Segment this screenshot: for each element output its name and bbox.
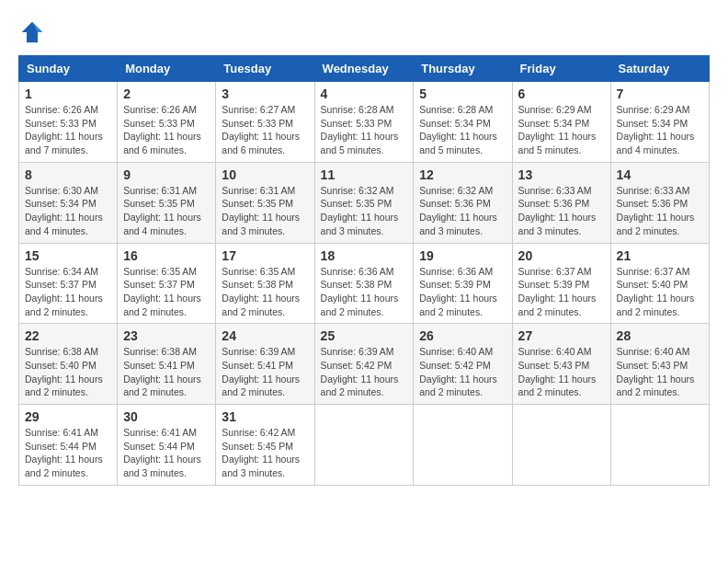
calendar-cell: 26 Sunrise: 6:40 AM Sunset: 5:42 PM Dayl… [414,324,512,405]
day-number: 8 [25,167,111,182]
day-info: Sunrise: 6:27 AM Sunset: 5:33 PM Dayligh… [222,103,308,157]
day-number: 7 [617,86,703,101]
day-info: Sunrise: 6:35 AM Sunset: 5:37 PM Dayligh… [123,265,210,319]
day-number: 25 [321,328,408,343]
day-info: Sunrise: 6:41 AM Sunset: 5:44 PM Dayligh… [25,426,111,480]
calendar-cell: 20 Sunrise: 6:37 AM Sunset: 5:39 PM Dayl… [512,243,610,324]
day-info: Sunrise: 6:35 AM Sunset: 5:38 PM Dayligh… [222,265,308,319]
calendar-cell [512,405,610,486]
day-number: 21 [617,248,703,263]
day-info: Sunrise: 6:39 AM Sunset: 5:42 PM Dayligh… [321,345,408,399]
day-info: Sunrise: 6:31 AM Sunset: 5:35 PM Dayligh… [123,184,210,238]
calendar-cell: 28 Sunrise: 6:40 AM Sunset: 5:43 PM Dayl… [610,324,709,405]
calendar-cell: 10 Sunrise: 6:31 AM Sunset: 5:35 PM Dayl… [216,162,314,243]
day-info: Sunrise: 6:26 AM Sunset: 5:33 PM Dayligh… [25,103,111,157]
page-header [18,18,710,46]
header-sunday: Sunday [19,56,118,82]
day-info: Sunrise: 6:32 AM Sunset: 5:36 PM Dayligh… [419,184,506,238]
day-number: 26 [419,328,506,343]
calendar-cell: 12 Sunrise: 6:32 AM Sunset: 5:36 PM Dayl… [414,162,512,243]
calendar-cell: 16 Sunrise: 6:35 AM Sunset: 5:37 PM Dayl… [118,243,216,324]
day-number: 4 [321,86,408,101]
calendar-cell [314,405,414,486]
calendar-cell: 23 Sunrise: 6:38 AM Sunset: 5:41 PM Dayl… [118,324,216,405]
calendar-week-4: 22 Sunrise: 6:38 AM Sunset: 5:40 PM Dayl… [19,324,710,405]
day-number: 31 [222,409,308,424]
calendar-cell: 17 Sunrise: 6:35 AM Sunset: 5:38 PM Dayl… [216,243,314,324]
day-number: 27 [518,328,605,343]
day-number: 6 [518,86,605,101]
day-number: 24 [222,328,308,343]
day-number: 14 [617,167,703,182]
calendar-cell: 5 Sunrise: 6:28 AM Sunset: 5:34 PM Dayli… [414,82,512,163]
day-number: 15 [25,248,111,263]
day-info: Sunrise: 6:34 AM Sunset: 5:37 PM Dayligh… [25,265,111,319]
day-number: 12 [419,167,506,182]
day-info: Sunrise: 6:38 AM Sunset: 5:40 PM Dayligh… [25,345,111,399]
day-info: Sunrise: 6:29 AM Sunset: 5:34 PM Dayligh… [518,103,605,157]
calendar-cell: 14 Sunrise: 6:33 AM Sunset: 5:36 PM Dayl… [610,162,709,243]
day-number: 18 [321,248,408,263]
day-number: 13 [518,167,605,182]
calendar-header-row: SundayMondayTuesdayWednesdayThursdayFrid… [19,56,710,82]
logo [18,18,50,46]
day-info: Sunrise: 6:28 AM Sunset: 5:34 PM Dayligh… [419,103,506,157]
day-info: Sunrise: 6:33 AM Sunset: 5:36 PM Dayligh… [617,184,703,238]
calendar-cell: 13 Sunrise: 6:33 AM Sunset: 5:36 PM Dayl… [512,162,610,243]
calendar-cell: 19 Sunrise: 6:36 AM Sunset: 5:39 PM Dayl… [414,243,512,324]
day-number: 2 [123,86,210,101]
day-info: Sunrise: 6:36 AM Sunset: 5:38 PM Dayligh… [321,265,408,319]
calendar-cell: 30 Sunrise: 6:41 AM Sunset: 5:44 PM Dayl… [118,405,216,486]
day-info: Sunrise: 6:41 AM Sunset: 5:44 PM Dayligh… [123,426,210,480]
day-info: Sunrise: 6:28 AM Sunset: 5:33 PM Dayligh… [321,103,408,157]
day-number: 11 [321,167,408,182]
day-number: 16 [123,248,210,263]
calendar-cell: 3 Sunrise: 6:27 AM Sunset: 5:33 PM Dayli… [216,82,314,163]
day-info: Sunrise: 6:37 AM Sunset: 5:39 PM Dayligh… [518,265,605,319]
day-number: 23 [123,328,210,343]
day-info: Sunrise: 6:38 AM Sunset: 5:41 PM Dayligh… [123,345,210,399]
day-number: 29 [25,409,111,424]
day-number: 5 [419,86,506,101]
header-tuesday: Tuesday [216,56,314,82]
day-info: Sunrise: 6:40 AM Sunset: 5:42 PM Dayligh… [419,345,506,399]
day-info: Sunrise: 6:31 AM Sunset: 5:35 PM Dayligh… [222,184,308,238]
calendar-cell: 2 Sunrise: 6:26 AM Sunset: 5:33 PM Dayli… [118,82,216,163]
calendar-table: SundayMondayTuesdayWednesdayThursdayFrid… [18,55,710,486]
calendar-cell: 22 Sunrise: 6:38 AM Sunset: 5:40 PM Dayl… [19,324,118,405]
calendar-week-2: 8 Sunrise: 6:30 AM Sunset: 5:34 PM Dayli… [19,162,710,243]
header-friday: Friday [512,56,610,82]
calendar-cell: 11 Sunrise: 6:32 AM Sunset: 5:35 PM Dayl… [314,162,414,243]
calendar-cell [610,405,709,486]
calendar-cell: 18 Sunrise: 6:36 AM Sunset: 5:38 PM Dayl… [314,243,414,324]
calendar-cell: 21 Sunrise: 6:37 AM Sunset: 5:40 PM Dayl… [610,243,709,324]
day-info: Sunrise: 6:30 AM Sunset: 5:34 PM Dayligh… [25,184,111,238]
day-info: Sunrise: 6:40 AM Sunset: 5:43 PM Dayligh… [518,345,605,399]
calendar-cell: 25 Sunrise: 6:39 AM Sunset: 5:42 PM Dayl… [314,324,414,405]
calendar-cell: 27 Sunrise: 6:40 AM Sunset: 5:43 PM Dayl… [512,324,610,405]
calendar-cell: 1 Sunrise: 6:26 AM Sunset: 5:33 PM Dayli… [19,82,118,163]
day-info: Sunrise: 6:29 AM Sunset: 5:34 PM Dayligh… [617,103,703,157]
header-saturday: Saturday [610,56,709,82]
day-info: Sunrise: 6:37 AM Sunset: 5:40 PM Dayligh… [617,265,703,319]
day-number: 22 [25,328,111,343]
day-number: 17 [222,248,308,263]
day-info: Sunrise: 6:26 AM Sunset: 5:33 PM Dayligh… [123,103,210,157]
calendar-cell [414,405,512,486]
day-info: Sunrise: 6:33 AM Sunset: 5:36 PM Dayligh… [518,184,605,238]
day-number: 10 [222,167,308,182]
day-number: 20 [518,248,605,263]
calendar-week-1: 1 Sunrise: 6:26 AM Sunset: 5:33 PM Dayli… [19,82,710,163]
calendar-cell: 24 Sunrise: 6:39 AM Sunset: 5:41 PM Dayl… [216,324,314,405]
calendar-cell: 4 Sunrise: 6:28 AM Sunset: 5:33 PM Dayli… [314,82,414,163]
day-number: 1 [25,86,111,101]
calendar-week-5: 29 Sunrise: 6:41 AM Sunset: 5:44 PM Dayl… [19,405,710,486]
calendar-cell: 31 Sunrise: 6:42 AM Sunset: 5:45 PM Dayl… [216,405,314,486]
calendar-cell: 15 Sunrise: 6:34 AM Sunset: 5:37 PM Dayl… [19,243,118,324]
day-info: Sunrise: 6:40 AM Sunset: 5:43 PM Dayligh… [617,345,703,399]
day-info: Sunrise: 6:39 AM Sunset: 5:41 PM Dayligh… [222,345,308,399]
day-number: 30 [123,409,210,424]
calendar-cell: 6 Sunrise: 6:29 AM Sunset: 5:34 PM Dayli… [512,82,610,163]
day-info: Sunrise: 6:32 AM Sunset: 5:35 PM Dayligh… [321,184,408,238]
day-info: Sunrise: 6:36 AM Sunset: 5:39 PM Dayligh… [419,265,506,319]
